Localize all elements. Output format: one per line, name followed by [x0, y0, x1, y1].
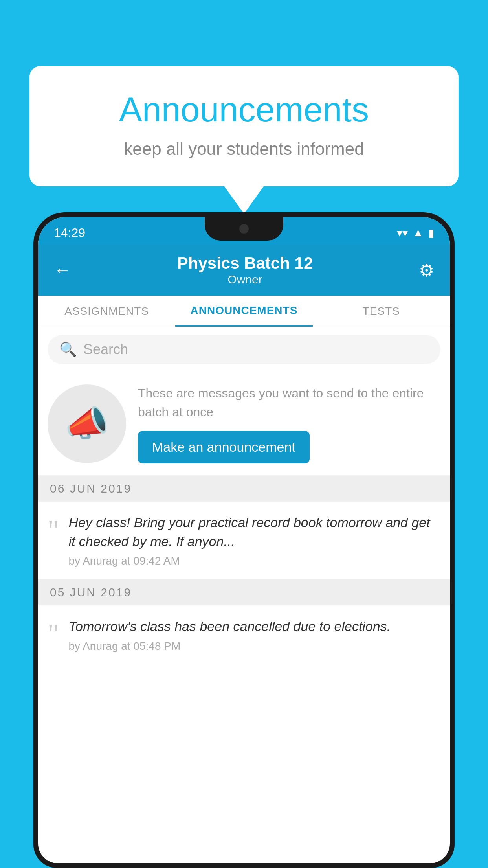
quote-icon-1: "	[48, 516, 59, 544]
tab-announcements[interactable]: ANNOUNCEMENTS	[175, 296, 312, 327]
announcement-content-2: Tomorrow's class has been cancelled due …	[68, 617, 440, 653]
speech-bubble-arrow	[224, 186, 264, 214]
announcement-content-1: Hey class! Bring your practical record b…	[68, 513, 440, 567]
app-header: ← Physics Batch 12 Owner ⚙	[38, 245, 450, 296]
status-icons: ▾▾ ▲ ▮	[397, 226, 434, 239]
battery-icon: ▮	[428, 226, 434, 239]
settings-icon[interactable]: ⚙	[419, 260, 434, 280]
search-container: 🔍 Search	[38, 327, 450, 372]
speech-bubble-subtitle: keep all your students informed	[53, 139, 435, 159]
search-input[interactable]: Search	[83, 341, 128, 358]
speech-bubble: Announcements keep all your students inf…	[29, 66, 459, 186]
status-time: 14:29	[54, 226, 85, 240]
megaphone-circle: 📣	[48, 384, 126, 463]
speech-bubble-title: Announcements	[53, 90, 435, 130]
notch-camera	[239, 224, 249, 234]
date-separator-1: 06 JUN 2019	[38, 476, 450, 502]
phone-frame: 14:29 ▾▾ ▲ ▮ ← Physics Batch 12 Owner ⚙ …	[33, 212, 455, 868]
make-announcement-button[interactable]: Make an announcement	[138, 431, 310, 463]
announcement-text-1: Hey class! Bring your practical record b…	[68, 513, 440, 551]
announcement-text-2: Tomorrow's class has been cancelled due …	[68, 617, 440, 636]
search-bar[interactable]: 🔍 Search	[48, 335, 440, 364]
speech-bubble-container: Announcements keep all your students inf…	[29, 66, 459, 214]
announcement-item-1[interactable]: " Hey class! Bring your practical record…	[38, 502, 450, 579]
announcement-intro-card: 📣 These are messages you want to send to…	[38, 372, 450, 476]
header-title: Physics Batch 12	[71, 254, 419, 273]
date-separator-2: 05 JUN 2019	[38, 579, 450, 605]
header-title-block: Physics Batch 12 Owner	[71, 254, 419, 286]
announcement-intro-text: These are messages you want to send to t…	[138, 384, 440, 463]
back-button[interactable]: ←	[54, 260, 71, 280]
announcement-intro-desc: These are messages you want to send to t…	[138, 384, 440, 421]
announcement-meta-1: by Anurag at 09:42 AM	[68, 555, 440, 567]
announcement-item-2[interactable]: " Tomorrow's class has been cancelled du…	[38, 605, 450, 664]
search-icon: 🔍	[59, 341, 77, 358]
wifi-icon: ▾▾	[397, 226, 408, 239]
tab-tests[interactable]: TESTS	[313, 296, 450, 327]
announcement-meta-2: by Anurag at 05:48 PM	[68, 640, 440, 653]
quote-icon-2: "	[48, 620, 59, 648]
signal-icon: ▲	[413, 226, 424, 239]
header-subtitle: Owner	[71, 273, 419, 286]
megaphone-icon: 📣	[65, 403, 109, 444]
tab-assignments[interactable]: ASSIGNMENTS	[38, 296, 175, 327]
tabs-bar: ASSIGNMENTS ANNOUNCEMENTS TESTS	[38, 296, 450, 327]
phone-inner: 14:29 ▾▾ ▲ ▮ ← Physics Batch 12 Owner ⚙ …	[38, 217, 450, 863]
notch	[205, 217, 283, 241]
